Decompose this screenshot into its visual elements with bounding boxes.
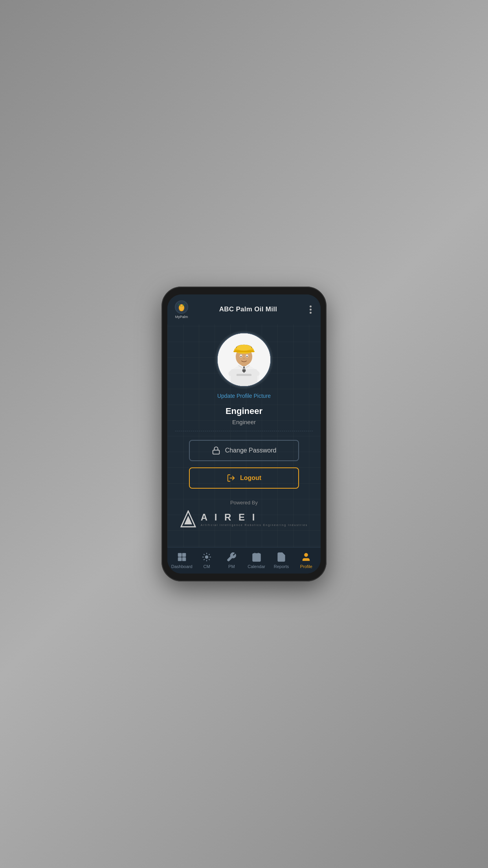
svg-point-13 [240, 356, 242, 357]
svg-rect-26 [178, 557, 182, 561]
nav-item-profile[interactable]: Profile [294, 552, 319, 569]
nav-label-calendar: Calendar [248, 564, 265, 569]
logout-button[interactable]: Logout [189, 467, 299, 489]
logout-icon [227, 474, 235, 482]
nav-label-dashboard: Dashboard [171, 564, 193, 569]
airei-text-block: A I R E I Artificial Intelligence Roboti… [201, 512, 308, 526]
nav-item-calendar[interactable]: Calendar [244, 552, 269, 569]
powered-by-section: Powered By A I R E I Artificial Intellig… [180, 500, 308, 528]
nav-label-pm: PM [228, 564, 235, 569]
nav-item-dashboard[interactable]: Dashboard [169, 552, 194, 569]
airei-triangle-icon [180, 510, 196, 528]
avatar-image [218, 333, 270, 386]
svg-point-28 [205, 556, 208, 559]
calendar-icon [251, 552, 262, 563]
bottom-nav: Dashboard CM PM [167, 547, 321, 574]
user-role: Engineer [232, 419, 256, 425]
reports-icon [276, 552, 287, 563]
airei-logo: A I R E I Artificial Intelligence Roboti… [180, 510, 308, 528]
more-menu-button[interactable] [308, 303, 314, 316]
svg-rect-27 [182, 557, 186, 561]
profile-divider [175, 431, 313, 431]
update-profile-link[interactable]: Update Profile Picture [217, 393, 271, 399]
nav-item-reports[interactable]: Reports [269, 552, 294, 569]
avatar-container [216, 332, 272, 387]
svg-point-35 [305, 553, 308, 557]
svg-rect-7 [237, 374, 251, 376]
airei-brand-name: A I R E I [201, 512, 308, 523]
user-name: Engineer [226, 406, 262, 416]
logo-container: MyPalm [174, 300, 189, 319]
profile-icon [301, 552, 312, 563]
svg-rect-29 [253, 554, 261, 561]
svg-rect-24 [178, 553, 182, 557]
cm-icon [201, 552, 212, 563]
phone-screen: MyPalm ABC Palm Oil Mill [167, 294, 321, 574]
phone-device: MyPalm ABC Palm Oil Mill [161, 287, 327, 581]
nav-label-reports: Reports [274, 564, 289, 569]
nav-label-profile: Profile [300, 564, 312, 569]
logo-icon [174, 300, 189, 314]
main-content: Update Profile Picture Engineer Engineer… [167, 324, 321, 547]
svg-point-15 [243, 358, 245, 359]
lock-icon [212, 446, 220, 455]
logo-text: MyPalm [175, 315, 188, 319]
nav-item-pm[interactable]: PM [219, 552, 244, 569]
nav-label-cm: CM [203, 564, 210, 569]
pm-icon [226, 552, 237, 563]
svg-rect-19 [233, 351, 255, 352]
powered-by-text: Powered By [230, 500, 258, 506]
app-header: MyPalm ABC Palm Oil Mill [167, 294, 321, 324]
header-title: ABC Palm Oil Mill [219, 305, 277, 313]
svg-point-14 [246, 356, 248, 357]
svg-rect-25 [182, 553, 186, 557]
svg-rect-20 [213, 450, 219, 454]
change-password-button[interactable]: Change Password [189, 440, 299, 461]
svg-point-18 [237, 345, 251, 351]
airei-brand-subtitle: Artificial Intelligence Robotics Enginee… [201, 524, 308, 526]
dashboard-icon [176, 552, 187, 563]
nav-item-cm[interactable]: CM [194, 552, 219, 569]
